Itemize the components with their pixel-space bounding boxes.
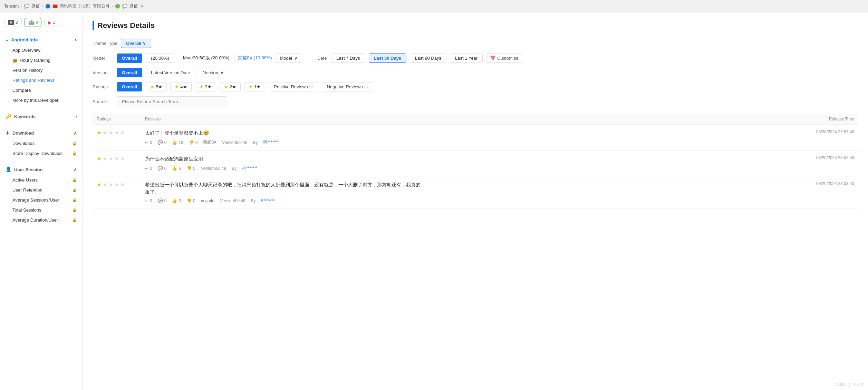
gplay-tab[interactable]: ▶ 1 [44, 18, 59, 27]
model-dropdown[interactable]: Model ∨ [276, 53, 302, 63]
nav-item-avg-sessions-user[interactable]: Average Sessions/User 🔒 [0, 195, 83, 205]
date-30days-btn[interactable]: Last 30 Days [369, 53, 407, 63]
topbar-breadcrumb-1: 微信 [31, 3, 40, 9]
row3-author[interactable]: 5******* [261, 198, 275, 203]
nav-group-keywords[interactable]: 🔑 Keywords › [0, 111, 83, 122]
nav-item-active-users[interactable]: Active Users 🔒 [0, 175, 83, 185]
row3-review-meta: ↩ 0 💬 0 👍 3 [145, 198, 421, 203]
model-honor8x-link[interactable]: 荣耀8X (10.00%) [238, 55, 272, 61]
topbar-company[interactable]: Tencent [4, 4, 19, 9]
version-overall-btn[interactable]: Overall [117, 68, 142, 77]
model-overall-btn[interactable]: Overall [117, 53, 142, 63]
positive-reviews-btn[interactable]: Positive Reviews ⓘ [269, 82, 318, 91]
date-7days-btn[interactable]: Last 7 Days [331, 53, 365, 63]
row1-review-content: 太好了！登个录登都登不上😅 ↩ 0 💬 0 [145, 129, 421, 145]
date-1year-btn[interactable]: Last 1 Year [450, 53, 483, 63]
row1-stars: ★ ★ ★ ★ ★ [97, 129, 137, 136]
row2-review-content: 为什么不适配鸿蒙原生应用 ↩ 0 💬 0 [145, 155, 421, 171]
table-row: ★ ★ ★ ★ ★ 希望出版一个可以折叠个人聊天记录的吧，把消息免打扰的人折叠到… [93, 176, 858, 208]
ratings-2star-btn[interactable]: ★ 2★ [220, 82, 241, 91]
topbar-icon-company: 🔵 [45, 4, 50, 9]
nav-item-compare[interactable]: Compare [0, 85, 83, 95]
date-90days-btn[interactable]: Last 90 Days [410, 53, 446, 63]
lock-icon-active-users: 🔒 [72, 178, 77, 182]
customize-btn[interactable]: 📅 Customize [486, 53, 522, 63]
negative-reviews-btn[interactable]: Negative Reviews ⓘ [322, 82, 373, 91]
star-empty-r2-1: ★ [103, 155, 107, 162]
nav-group-android-info[interactable]: ≡ Android Info ∧ [0, 34, 83, 45]
nav-item-hourly-ranking[interactable]: 📻 Hourly Ranking [0, 55, 83, 65]
star-full-1: ★ [97, 129, 102, 136]
nav-item-store-display-downloads[interactable]: Store Display Downloads 🔒 [0, 148, 83, 158]
row3-dislikes: 👎 0 [186, 198, 195, 203]
ratings-overall-btn[interactable]: Overall [117, 82, 142, 91]
nav-item-app-overview[interactable]: App Overview [0, 45, 83, 55]
row2-release-time: 03/26/2024 23:52:40 [762, 155, 854, 160]
row1-reply: ↩ 0 [145, 140, 152, 145]
ios-tab[interactable]: A 2 [4, 18, 22, 27]
chevron-down-icon-3: ∧ [74, 167, 77, 172]
row2-author[interactable]: 小******* [242, 165, 258, 171]
version-latest-btn[interactable]: Latest Version Date [146, 68, 195, 77]
version-chevron-icon: ∨ [220, 70, 224, 75]
search-input[interactable] [117, 96, 227, 107]
nav-group-user-session[interactable]: 👤 User Session ∧ [0, 164, 83, 175]
title-accent [93, 21, 94, 30]
watermark: CSDN @ 吴秋堂 [836, 382, 864, 387]
theme-type-dropdown[interactable]: Overall ∨ [121, 39, 151, 48]
nav-group-user-session-label: User Session [14, 167, 42, 172]
star-empty-3: ★ [114, 129, 119, 136]
model-label: Model [93, 56, 113, 61]
model-20pct-btn[interactable]: (20.00%) [146, 53, 174, 63]
topbar-dropdown-arrow[interactable]: ∨ [141, 4, 144, 9]
ratings-4star-btn[interactable]: ★ 4★ [170, 82, 191, 91]
row3-reply: ↩ 0 [145, 198, 152, 203]
nav-item-downloads[interactable]: Downloads 🔒 [0, 138, 83, 148]
ratings-1star-btn[interactable]: ★ 1★ [244, 82, 265, 91]
star-icon: ★ [150, 84, 154, 89]
nav-item-more-by-dev[interactable]: More by this Developer [0, 95, 83, 105]
nav-group-download[interactable]: ⬇ Download ∧ [0, 127, 83, 138]
thumb-up-icon-r3: 👍 [172, 198, 177, 203]
table-header: Ratings Reviews Release Time [93, 114, 858, 125]
search-row: Search [93, 96, 858, 107]
row2-dislikes: 👎 0 [186, 166, 195, 171]
nav-item-user-retention[interactable]: User Retention 🔒 [0, 185, 83, 195]
nav-item-total-sessions[interactable]: Total Sessions 🔒 [0, 205, 83, 215]
row1-release-time: 03/26/2024 23:57:40 [762, 129, 854, 134]
reply-icon-r2: ↩ [145, 166, 148, 171]
row2-stars: ★ ★ ★ ★ ★ [97, 155, 137, 162]
star-empty-2: ★ [108, 129, 113, 136]
reply-icon-r3: ↩ [145, 198, 148, 203]
lock-icon-avg-duration: 🔒 [72, 218, 77, 222]
nav-group-android-info-label: Android Info [11, 37, 38, 42]
comment-icon: 💬 [158, 140, 163, 145]
row1-device: 荣耀8X [203, 139, 216, 145]
reply-icon: ↩ [145, 140, 148, 145]
model-mate30-btn[interactable]: Mate30-5G版 (20.00%) [178, 53, 234, 63]
row3-review-content: 希望出版一个可以折叠个人聊天记录的吧，把消息免打扰的人折叠到那个里面，还有就是，… [145, 181, 421, 203]
star-empty-r3-1: ★ [103, 181, 107, 188]
row1-author[interactable]: 呵******* [263, 139, 279, 145]
chevron-right-icon: › [76, 114, 77, 119]
star-empty-r2-4: ★ [120, 155, 125, 162]
row3-release-time: 03/26/2024 23:03:43 [762, 181, 854, 186]
version-dropdown[interactable]: Version ∨ [199, 68, 228, 77]
topbar-flag: 🇨🇳 [52, 4, 58, 9]
android-tab[interactable]: 🤖 9 [25, 18, 42, 27]
topbar-breadcrumb-2: 腾讯科技（北京）有限公司 [60, 3, 109, 9]
row3-release-time-cell: 03/26/2024 23:03:43 [758, 176, 858, 208]
gplay-icon: ▶ [48, 20, 51, 25]
ratings-5star-btn[interactable]: ★ 5★ [146, 82, 167, 91]
nav-item-version-history[interactable]: Version History [0, 65, 83, 75]
row3-review-cell: 希望出版一个可以折叠个人聊天记录的吧，把消息免打扰的人折叠到那个里面，还有就是，… [141, 176, 758, 208]
nav-item-avg-duration-user[interactable]: Average Duration/User 🔒 [0, 215, 83, 225]
row3-rating-cell: ★ ★ ★ ★ ★ [93, 176, 141, 208]
table-row: ★ ★ ★ ★ ★ 太好了！登个录登都登不上😅 ↩ [93, 125, 858, 150]
row1-review-text: 太好了！登个录登都登不上😅 [145, 129, 421, 137]
ratings-3star-btn[interactable]: ★ 3★ [195, 82, 216, 91]
version-label: Version [93, 70, 113, 75]
nav-item-ratings-reviews[interactable]: Ratings and Reviews [0, 75, 83, 85]
col-release-time: Release Time [758, 114, 858, 125]
lock-icon-user-retention: 🔒 [72, 188, 77, 192]
